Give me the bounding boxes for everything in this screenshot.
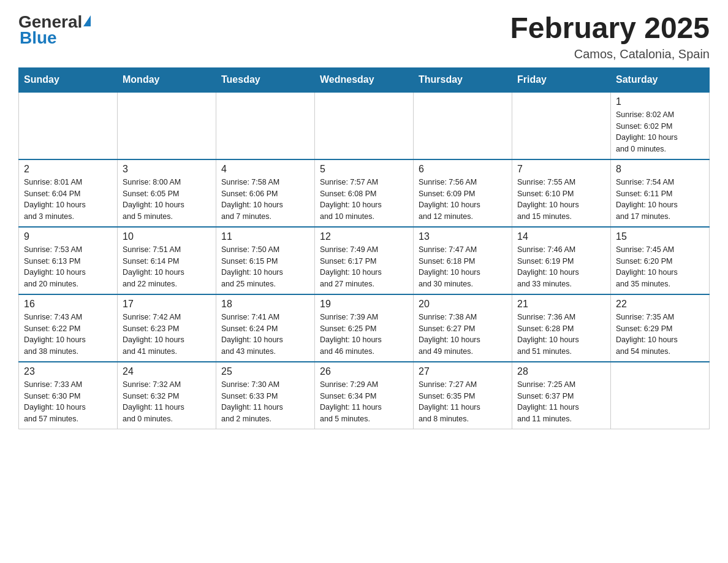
day-info: Sunrise: 8:00 AMSunset: 6:05 PMDaylight:… [123,177,211,223]
location-text: Camos, Catalonia, Spain [510,47,710,61]
day-number: 8 [616,164,704,175]
day-info: Sunrise: 7:42 AMSunset: 6:23 PMDaylight:… [123,312,211,358]
day-info: Sunrise: 7:43 AMSunset: 6:22 PMDaylight:… [24,312,112,358]
calendar-week-row: 16Sunrise: 7:43 AMSunset: 6:22 PMDayligh… [19,294,710,362]
day-number: 7 [517,164,605,175]
weekday-header-friday: Friday [512,67,611,92]
calendar-cell: 8Sunrise: 7:54 AMSunset: 6:11 PMDaylight… [611,159,710,227]
logo-triangle-icon [83,15,91,26]
weekday-header-monday: Monday [118,67,216,92]
calendar-table: SundayMondayTuesdayWednesdayThursdayFrid… [18,67,710,429]
calendar-cell: 18Sunrise: 7:41 AMSunset: 6:24 PMDayligh… [216,294,315,362]
calendar-cell [216,92,315,159]
day-number: 28 [517,366,605,377]
day-number: 25 [221,366,309,377]
day-number: 21 [517,299,605,310]
day-number: 19 [320,299,408,310]
day-info: Sunrise: 7:36 AMSunset: 6:28 PMDaylight:… [517,312,605,358]
calendar-cell: 17Sunrise: 7:42 AMSunset: 6:23 PMDayligh… [118,294,216,362]
logo-blue-text: Blue [18,29,57,47]
weekday-header-saturday: Saturday [611,67,710,92]
day-number: 11 [221,231,309,242]
day-info: Sunrise: 7:41 AMSunset: 6:24 PMDaylight:… [221,312,309,358]
calendar-cell: 16Sunrise: 7:43 AMSunset: 6:22 PMDayligh… [19,294,118,362]
title-block: February 2025 Camos, Catalonia, Spain [510,12,710,61]
calendar-week-row: 1Sunrise: 8:02 AMSunset: 6:02 PMDaylight… [19,92,710,159]
day-info: Sunrise: 7:33 AMSunset: 6:30 PMDaylight:… [24,379,112,425]
calendar-cell: 3Sunrise: 8:00 AMSunset: 6:05 PMDaylight… [118,159,216,227]
day-number: 1 [616,96,704,107]
calendar-cell: 6Sunrise: 7:56 AMSunset: 6:09 PMDaylight… [414,159,512,227]
day-info: Sunrise: 7:35 AMSunset: 6:29 PMDaylight:… [616,312,704,358]
weekday-header-wednesday: Wednesday [315,67,414,92]
weekday-header-sunday: Sunday [19,67,118,92]
day-info: Sunrise: 7:29 AMSunset: 6:34 PMDaylight:… [320,379,408,425]
calendar-cell: 19Sunrise: 7:39 AMSunset: 6:25 PMDayligh… [315,294,414,362]
day-number: 22 [616,299,704,310]
calendar-week-row: 9Sunrise: 7:53 AMSunset: 6:13 PMDaylight… [19,227,710,294]
day-number: 10 [123,231,211,242]
calendar-cell: 2Sunrise: 8:01 AMSunset: 6:04 PMDaylight… [19,159,118,227]
calendar-cell [414,92,512,159]
calendar-cell: 27Sunrise: 7:27 AMSunset: 6:35 PMDayligh… [414,362,512,429]
day-number: 2 [24,164,112,175]
calendar-cell: 9Sunrise: 7:53 AMSunset: 6:13 PMDaylight… [19,227,118,294]
month-title: February 2025 [510,12,710,45]
day-info: Sunrise: 8:02 AMSunset: 6:02 PMDaylight:… [616,109,704,155]
calendar-cell: 25Sunrise: 7:30 AMSunset: 6:33 PMDayligh… [216,362,315,429]
day-number: 5 [320,164,408,175]
calendar-cell [19,92,118,159]
day-number: 3 [123,164,211,175]
page-header: General Blue February 2025 Camos, Catalo… [18,12,710,61]
day-info: Sunrise: 7:38 AMSunset: 6:27 PMDaylight:… [419,312,507,358]
calendar-cell: 4Sunrise: 7:58 AMSunset: 6:06 PMDaylight… [216,159,315,227]
day-info: Sunrise: 7:50 AMSunset: 6:15 PMDaylight:… [221,244,309,290]
day-info: Sunrise: 7:53 AMSunset: 6:13 PMDaylight:… [24,244,112,290]
day-number: 18 [221,299,309,310]
calendar-header-row: SundayMondayTuesdayWednesdayThursdayFrid… [19,67,710,92]
day-info: Sunrise: 7:51 AMSunset: 6:14 PMDaylight:… [123,244,211,290]
calendar-week-row: 2Sunrise: 8:01 AMSunset: 6:04 PMDaylight… [19,159,710,227]
calendar-cell: 12Sunrise: 7:49 AMSunset: 6:17 PMDayligh… [315,227,414,294]
logo: General Blue [18,12,91,47]
calendar-cell: 28Sunrise: 7:25 AMSunset: 6:37 PMDayligh… [512,362,611,429]
day-info: Sunrise: 7:25 AMSunset: 6:37 PMDaylight:… [517,379,605,425]
calendar-cell: 21Sunrise: 7:36 AMSunset: 6:28 PMDayligh… [512,294,611,362]
day-number: 17 [123,299,211,310]
day-number: 9 [24,231,112,242]
day-number: 26 [320,366,408,377]
day-number: 13 [419,231,507,242]
weekday-header-thursday: Thursday [414,67,512,92]
calendar-cell: 10Sunrise: 7:51 AMSunset: 6:14 PMDayligh… [118,227,216,294]
calendar-cell: 1Sunrise: 8:02 AMSunset: 6:02 PMDaylight… [611,92,710,159]
day-info: Sunrise: 7:47 AMSunset: 6:18 PMDaylight:… [419,244,507,290]
day-number: 12 [320,231,408,242]
calendar-cell: 23Sunrise: 7:33 AMSunset: 6:30 PMDayligh… [19,362,118,429]
day-info: Sunrise: 7:32 AMSunset: 6:32 PMDaylight:… [123,379,211,425]
calendar-cell: 7Sunrise: 7:55 AMSunset: 6:10 PMDaylight… [512,159,611,227]
calendar-cell: 5Sunrise: 7:57 AMSunset: 6:08 PMDaylight… [315,159,414,227]
day-info: Sunrise: 7:30 AMSunset: 6:33 PMDaylight:… [221,379,309,425]
day-number: 23 [24,366,112,377]
day-number: 16 [24,299,112,310]
calendar-cell: 13Sunrise: 7:47 AMSunset: 6:18 PMDayligh… [414,227,512,294]
day-info: Sunrise: 7:27 AMSunset: 6:35 PMDaylight:… [419,379,507,425]
calendar-week-row: 23Sunrise: 7:33 AMSunset: 6:30 PMDayligh… [19,362,710,429]
day-number: 6 [419,164,507,175]
day-info: Sunrise: 7:54 AMSunset: 6:11 PMDaylight:… [616,177,704,223]
day-info: Sunrise: 7:39 AMSunset: 6:25 PMDaylight:… [320,312,408,358]
calendar-cell [118,92,216,159]
day-info: Sunrise: 7:46 AMSunset: 6:19 PMDaylight:… [517,244,605,290]
day-number: 4 [221,164,309,175]
day-info: Sunrise: 7:55 AMSunset: 6:10 PMDaylight:… [517,177,605,223]
day-info: Sunrise: 7:49 AMSunset: 6:17 PMDaylight:… [320,244,408,290]
day-number: 24 [123,366,211,377]
calendar-cell: 20Sunrise: 7:38 AMSunset: 6:27 PMDayligh… [414,294,512,362]
calendar-cell [315,92,414,159]
calendar-cell [611,362,710,429]
day-info: Sunrise: 8:01 AMSunset: 6:04 PMDaylight:… [24,177,112,223]
calendar-cell: 14Sunrise: 7:46 AMSunset: 6:19 PMDayligh… [512,227,611,294]
day-info: Sunrise: 7:57 AMSunset: 6:08 PMDaylight:… [320,177,408,223]
calendar-cell: 15Sunrise: 7:45 AMSunset: 6:20 PMDayligh… [611,227,710,294]
day-info: Sunrise: 7:56 AMSunset: 6:09 PMDaylight:… [419,177,507,223]
